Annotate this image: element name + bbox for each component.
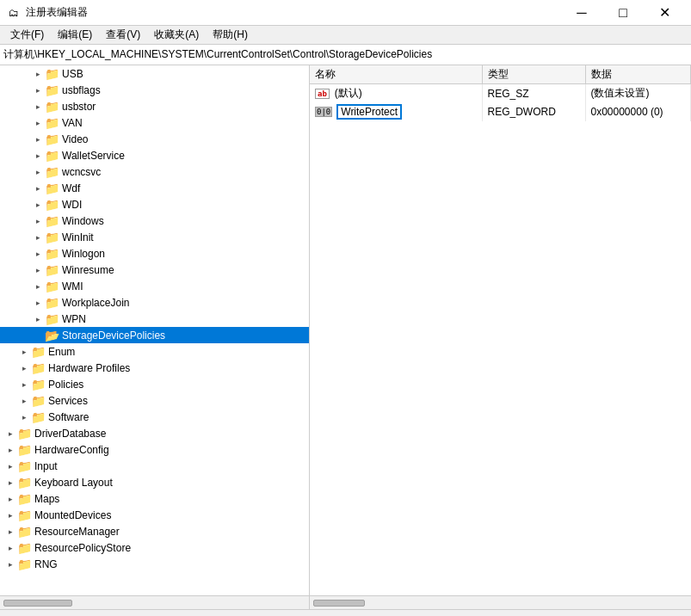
tree-item[interactable]: ▸📁Policies	[0, 376, 309, 392]
tree-item-label: WalletService	[62, 150, 125, 162]
expand-arrow-icon[interactable]: ▸	[3, 560, 17, 569]
expand-arrow-icon[interactable]: ▸	[31, 266, 45, 274]
expand-arrow-icon[interactable]: ▸	[31, 119, 45, 127]
tree-item[interactable]: ▸📁Windows	[0, 213, 309, 229]
col-name: 名称	[310, 65, 482, 84]
tree-item[interactable]: ▸📁Keyboard Layout	[0, 474, 309, 490]
maximize-button[interactable]: □	[603, 0, 643, 26]
tree-hscroll[interactable]	[0, 596, 310, 609]
tree-item-label: Maps	[34, 493, 59, 505]
tree-item[interactable]: ▸📁Hardware Profiles	[0, 360, 309, 376]
tree-item[interactable]: ▸📁WPN	[0, 311, 309, 327]
tree-item[interactable]: ▸📁Winresume	[0, 262, 309, 278]
tree-item-label: ResourcePolicyStore	[34, 542, 131, 554]
registry-table[interactable]: 名称 类型 数据 ab(默认)REG_SZ(数值未设置)0|0WriteProt…	[310, 65, 691, 595]
expand-arrow-icon[interactable]: ▸	[31, 200, 45, 209]
tree-item[interactable]: ▸📁RNG	[0, 556, 309, 572]
expand-arrow-icon[interactable]: ▸	[31, 135, 45, 144]
expand-arrow-icon[interactable]: ▸	[3, 446, 17, 454]
expand-arrow-icon[interactable]: ▸	[3, 544, 17, 552]
table-row[interactable]: ab(默认)REG_SZ(数值未设置)	[310, 84, 691, 103]
minimize-button[interactable]: ─	[562, 0, 602, 26]
expand-arrow-icon[interactable]: ▸	[31, 217, 45, 225]
menu-item-h[interactable]: 帮助(H)	[206, 26, 255, 44]
expand-arrow-icon[interactable]: ▸	[3, 527, 17, 536]
tree-item[interactable]: ▸📁Wdf	[0, 180, 309, 196]
tree-item[interactable]: 📂StorageDevicePolicies	[0, 327, 309, 343]
expand-arrow-icon[interactable]: ▸	[31, 315, 45, 323]
folder-icon: 📁	[17, 557, 32, 571]
folder-icon: 📁	[17, 476, 32, 490]
expand-arrow-icon[interactable]: ▸	[31, 233, 45, 242]
tree-item[interactable]: ▸📁Enum	[0, 343, 309, 360]
right-panel: 名称 类型 数据 ab(默认)REG_SZ(数值未设置)0|0WriteProt…	[310, 65, 691, 595]
tree-item-label: Keyboard Layout	[34, 477, 113, 489]
tree-panel: ▸📁USB▸📁usbflags▸📁usbstor▸📁VAN▸📁Video▸📁Wa…	[0, 65, 310, 595]
expand-arrow-icon[interactable]: ▸	[3, 429, 17, 438]
tree-item[interactable]: ▸📁ResourcePolicyStore	[0, 539, 309, 556]
expand-arrow-icon[interactable]: ▸	[31, 299, 45, 307]
expand-arrow-icon[interactable]: ▸	[31, 282, 45, 291]
expand-arrow-icon[interactable]: ▸	[31, 70, 45, 78]
table-hscroll-thumb[interactable]	[313, 600, 365, 607]
status-bar	[0, 609, 691, 616]
folder-icon: 📁	[45, 296, 59, 310]
expand-arrow-icon[interactable]: ▸	[3, 462, 17, 471]
tree-item[interactable]: ▸📁WDI	[0, 196, 309, 213]
reg-entry-data: 0x00000000 (0)	[585, 102, 691, 121]
table-row[interactable]: 0|0WriteProtectREG_DWORD0x00000000 (0)	[310, 102, 691, 121]
reg-entry-data: (数值未设置)	[585, 84, 691, 103]
folder-icon: 📁	[31, 345, 46, 359]
menu-item-e[interactable]: 编辑(E)	[51, 26, 99, 44]
expand-arrow-icon[interactable]: ▸	[31, 168, 45, 176]
folder-icon: 📁	[45, 83, 59, 97]
expand-arrow-icon[interactable]: ▸	[17, 413, 31, 422]
tree-item[interactable]: ▸📁WorkplaceJoin	[0, 294, 309, 311]
reg-entry-name: 0|0WriteProtect	[310, 102, 482, 121]
tree-item-label: WPN	[62, 313, 86, 325]
expand-arrow-icon[interactable]: ▸	[31, 249, 45, 258]
tree-item[interactable]: ▸📁WinInit	[0, 229, 309, 245]
tree-item[interactable]: ▸📁ResourceManager	[0, 523, 309, 539]
tree-item[interactable]: ▸📁Services	[0, 392, 309, 409]
expand-arrow-icon[interactable]: ▸	[31, 86, 45, 95]
expand-arrow-icon[interactable]: ▸	[17, 364, 31, 373]
tree-item[interactable]: ▸📁Maps	[0, 490, 309, 507]
expand-arrow-icon[interactable]: ▸	[31, 102, 45, 111]
tree-item[interactable]: ▸📁WMI	[0, 278, 309, 294]
menu-item-v[interactable]: 查看(V)	[99, 26, 147, 44]
tree-item[interactable]: ▸📁WalletService	[0, 147, 309, 163]
tree-item[interactable]: ▸📁USB	[0, 65, 309, 82]
main-container: ▸📁USB▸📁usbflags▸📁usbstor▸📁VAN▸📁Video▸📁Wa…	[0, 65, 691, 595]
tree-item[interactable]: ▸📁Video	[0, 131, 309, 147]
menu-item-f[interactable]: 文件(F)	[3, 26, 51, 44]
tree-item[interactable]: ▸📁MountedDevices	[0, 507, 309, 523]
tree-item-label: Winresume	[62, 264, 114, 276]
tree-item[interactable]: ▸📁wcncsvc	[0, 163, 309, 180]
tree-item[interactable]: ▸📁HardwareConfig	[0, 441, 309, 458]
address-path: 计算机\HKEY_LOCAL_MACHINE\SYSTEM\CurrentCon…	[3, 47, 432, 62]
tree-item[interactable]: ▸📁Software	[0, 409, 309, 425]
tree-item[interactable]: ▸📁VAN	[0, 114, 309, 131]
tree-item[interactable]: ▸📁usbflags	[0, 82, 309, 98]
tree-hscroll-thumb[interactable]	[3, 600, 72, 607]
expand-arrow-icon[interactable]: ▸	[3, 478, 17, 487]
folder-icon: 📁	[17, 459, 32, 473]
tree-item[interactable]: ▸📁usbstor	[0, 98, 309, 114]
tree-item[interactable]: ▸📁Input	[0, 458, 309, 474]
tree-scroll[interactable]: ▸📁USB▸📁usbflags▸📁usbstor▸📁VAN▸📁Video▸📁Wa…	[0, 65, 309, 595]
tree-item[interactable]: ▸📁DriverDatabase	[0, 425, 309, 441]
expand-arrow-icon[interactable]: ▸	[17, 380, 31, 389]
table-hscroll[interactable]	[310, 596, 691, 609]
reg-entry-name-editing[interactable]: WriteProtect	[336, 104, 402, 120]
menu-item-a[interactable]: 收藏夹(A)	[147, 26, 206, 44]
expand-arrow-icon[interactable]: ▸	[31, 151, 45, 160]
expand-arrow-icon[interactable]: ▸	[31, 184, 45, 193]
tree-item[interactable]: ▸📁Winlogon	[0, 245, 309, 262]
expand-arrow-icon[interactable]: ▸	[3, 511, 17, 520]
expand-arrow-icon[interactable]: ▸	[3, 495, 17, 503]
expand-arrow-icon[interactable]: ▸	[17, 397, 31, 405]
folder-icon: 📁	[17, 541, 32, 555]
expand-arrow-icon[interactable]: ▸	[17, 348, 31, 356]
close-button[interactable]: ✕	[645, 0, 684, 26]
